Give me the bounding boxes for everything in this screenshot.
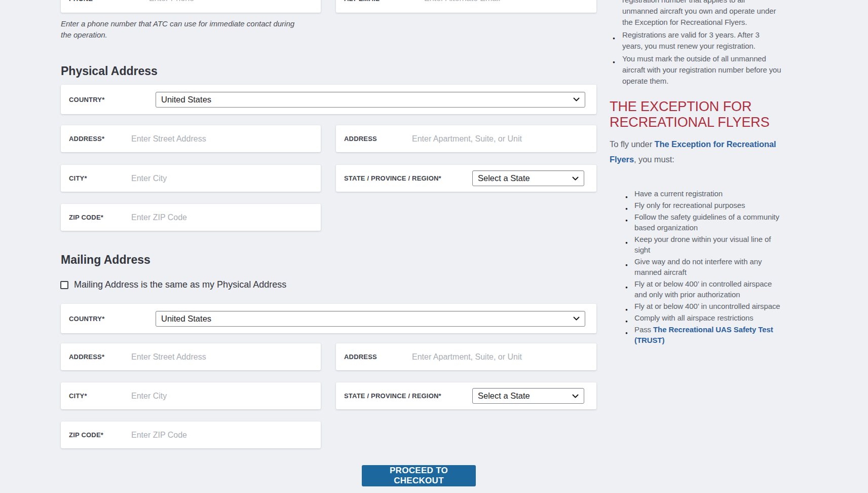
list-item: Fly at or below 400’ in uncontrolled air…: [610, 301, 782, 311]
state-select-value: Select a State: [478, 391, 530, 401]
city-label: CITY*: [69, 392, 127, 400]
physical-apt-address-input[interactable]: [408, 134, 588, 144]
list-item: Have a current registration: [610, 188, 782, 199]
physical-street-address-card: ADDRESS*: [61, 125, 321, 152]
country-select-value: United States: [161, 314, 211, 324]
state-label: STATE / PROVINCE / REGION*: [344, 174, 472, 182]
chevron-down-icon: [572, 177, 579, 181]
alt-email-field-card: ALT EMAIL: [336, 0, 596, 13]
mailing-state-card: STATE / PROVINCE / REGION* Select a Stat…: [336, 382, 596, 409]
physical-country-select[interactable]: United States: [156, 92, 585, 108]
mailing-zip-card: ZIP CODE*: [61, 421, 321, 448]
alt-email-input[interactable]: [420, 0, 588, 3]
proceed-to-checkout-button[interactable]: PROCEED TO CHECKOUT: [362, 465, 476, 486]
list-item: Give way and do not interfere with any m…: [610, 256, 782, 277]
exception-intro: To fly under The Exception for Recreatio…: [610, 136, 782, 167]
mailing-apt-address-input[interactable]: [408, 353, 588, 362]
mailing-country-card: COUNTRY* United States: [61, 304, 596, 333]
state-select-value: Select a State: [478, 173, 530, 183]
list-item: Fly at or below 400’ in controlled airsp…: [610, 278, 782, 300]
mailing-country-select[interactable]: United States: [156, 311, 585, 327]
trust-test-link[interactable]: The Recreational UAS Safety Test (TRUST): [634, 325, 773, 344]
physical-city-input[interactable]: [127, 174, 313, 183]
info-bullet-fragment: registration number that applies to all …: [610, 0, 782, 28]
address-label: ADDRESS*: [69, 353, 127, 361]
phone-help-text: Enter a phone number that ATC can use fo…: [61, 18, 307, 41]
physical-zip-input[interactable]: [127, 213, 313, 222]
physical-state-card: STATE / PROVINCE / REGION* Select a Stat…: [336, 165, 596, 192]
physical-country-card: COUNTRY* United States: [61, 85, 596, 114]
mailing-address-heading: Mailing Address: [61, 254, 150, 266]
chevron-down-icon: [572, 394, 579, 398]
physical-city-card: CITY*: [61, 165, 321, 192]
zip-label: ZIP CODE*: [69, 214, 127, 221]
mailing-state-select[interactable]: Select a State: [472, 388, 584, 404]
mailing-street-address-card: ADDRESS*: [61, 343, 321, 370]
phone-label: PHONE: [69, 0, 145, 3]
address2-label: ADDRESS: [344, 135, 408, 143]
intro-suffix: , you must:: [634, 155, 674, 164]
phone-field-card: PHONE: [61, 0, 321, 13]
list-item: Follow the safety guidelines of a commun…: [610, 212, 782, 233]
list-item: Registrations are valid for 3 years. Aft…: [610, 29, 782, 52]
mailing-zip-input[interactable]: [127, 431, 313, 440]
exception-heading: THE EXCEPTION FOR RECREATIONAL FLYERS: [610, 99, 782, 130]
mailing-street-address-input[interactable]: [127, 353, 313, 362]
list-item: Keep your drone within your visual line …: [610, 234, 782, 255]
same-address-row: Mailing Address is the same as my Physic…: [60, 279, 286, 290]
mailing-city-card: CITY*: [61, 382, 321, 409]
country-select-value: United States: [161, 95, 211, 104]
mailing-city-input[interactable]: [127, 392, 313, 401]
country-label: COUNTRY*: [69, 315, 156, 323]
city-label: CITY*: [69, 174, 127, 182]
phone-input[interactable]: [145, 0, 313, 3]
address2-label: ADDRESS: [344, 353, 408, 361]
mailing-apt-address-card: ADDRESS: [336, 343, 596, 370]
address-label: ADDRESS*: [69, 135, 127, 143]
same-address-checkbox[interactable]: [60, 281, 68, 289]
chevron-down-icon: [573, 97, 580, 101]
physical-apt-address-card: ADDRESS: [336, 125, 596, 152]
list-item: Fly only for recreational purposes: [610, 200, 782, 210]
physical-zip-card: ZIP CODE*: [61, 204, 321, 231]
state-label: STATE / PROVINCE / REGION*: [344, 392, 472, 400]
country-label: COUNTRY*: [69, 96, 156, 103]
physical-street-address-input[interactable]: [127, 134, 313, 144]
list-item: You must mark the outside of all unmanne…: [610, 53, 782, 87]
physical-state-select[interactable]: Select a State: [472, 170, 584, 186]
same-address-label: Mailing Address is the same as my Physic…: [74, 279, 286, 290]
registration-form-page: PHONE ALT EMAIL Enter a phone number tha…: [0, 0, 868, 493]
requirements-list: Have a current registration Fly only for…: [610, 188, 782, 345]
list-item: Pass The Recreational UAS Safety Test (T…: [610, 324, 782, 345]
pass-prefix: Pass: [634, 325, 653, 334]
physical-address-heading: Physical Address: [61, 65, 158, 78]
info-sidebar: registration number that applies to all …: [610, 0, 782, 345]
zip-label: ZIP CODE*: [69, 431, 127, 439]
intro-prefix: To fly under: [610, 139, 655, 149]
registration-info-list: Registrations are valid for 3 years. Aft…: [610, 29, 782, 87]
list-item: Comply with all airspace restrictions: [610, 312, 782, 323]
alt-email-label: ALT EMAIL: [344, 0, 420, 3]
chevron-down-icon: [573, 316, 580, 321]
